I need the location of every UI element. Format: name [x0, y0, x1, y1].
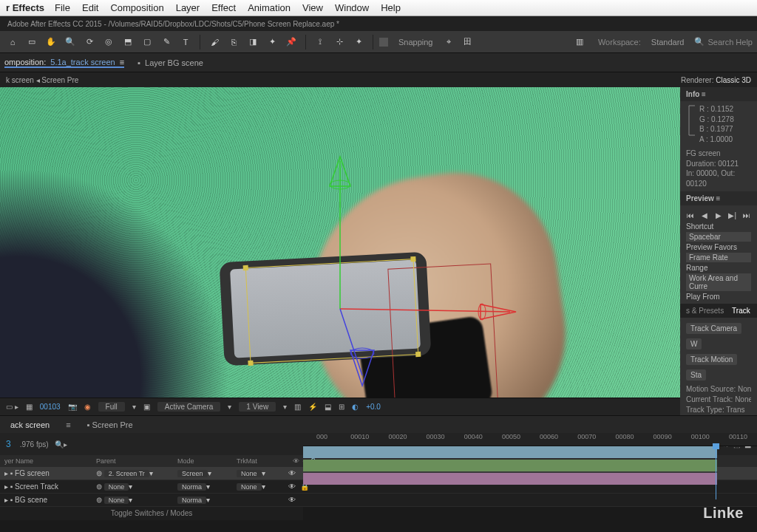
eye-toggle[interactable]: 👁: [288, 482, 296, 491]
workspace-reset-icon[interactable]: ▥: [571, 34, 588, 50]
selection-tool-icon[interactable]: ▭: [24, 34, 40, 50]
handle-br[interactable]: [415, 352, 421, 357]
workspace-dropdown[interactable]: Standard: [651, 38, 685, 47]
track-motion-button[interactable]: Track Motion: [686, 354, 737, 365]
rotate-tool-icon[interactable]: ⟳: [81, 34, 98, 50]
panel-menu-icon[interactable]: ≡: [120, 58, 124, 66]
timeline-icon[interactable]: ⬓: [325, 403, 331, 411]
menu-edit[interactable]: Edit: [82, 2, 98, 13]
pan-behind-tool-icon[interactable]: ⬒: [120, 34, 136, 50]
composition-viewer[interactable]: [0, 87, 680, 398]
handle-tr[interactable]: [410, 256, 415, 262]
menu-help[interactable]: Help: [381, 2, 401, 13]
menu-layer[interactable]: Layer: [176, 2, 200, 13]
exposure-value[interactable]: +0.0: [366, 403, 381, 411]
mode-dropdown[interactable]: Screen: [177, 470, 208, 477]
menu-effect[interactable]: Effect: [211, 2, 236, 13]
parent-dropdown[interactable]: None: [104, 483, 129, 491]
first-frame-button[interactable]: ⏮: [686, 211, 696, 219]
parent-dropdown[interactable]: None: [104, 497, 129, 504]
playhead[interactable]: [716, 446, 716, 499]
type-tool-icon[interactable]: T: [177, 34, 194, 50]
tab-presets[interactable]: s & Presets: [686, 307, 724, 315]
brush-tool-icon[interactable]: 🖌: [206, 34, 223, 50]
menu-window[interactable]: Window: [335, 2, 369, 13]
grid-icon[interactable]: ▦: [26, 403, 33, 411]
exposure-reset-icon[interactable]: ◐: [352, 403, 359, 411]
track-type-dropdown[interactable]: Trans: [726, 406, 744, 414]
handle-bl[interactable]: [248, 361, 253, 366]
current-time[interactable]: 3: [6, 439, 11, 449]
bc-item[interactable]: k screen: [6, 76, 34, 84]
clone-tool-icon[interactable]: ⎘: [225, 34, 242, 50]
snap-opt-icon[interactable]: ⌖: [441, 34, 457, 50]
axis-world-icon[interactable]: ⊹: [331, 34, 347, 50]
next-frame-button[interactable]: ▶|: [727, 211, 737, 219]
handle-tl[interactable]: [243, 265, 248, 270]
view-layout-dropdown[interactable]: 1 View: [239, 402, 276, 412]
bc-item[interactable]: Screen Pre: [41, 76, 78, 84]
flowchart-icon[interactable]: ⊞: [339, 403, 344, 411]
menu-animation[interactable]: Animation: [248, 2, 291, 13]
pen-tool-icon[interactable]: ✎: [158, 34, 174, 50]
play-button[interactable]: ▶: [714, 211, 724, 219]
camera-tool-icon[interactable]: ◎: [101, 34, 117, 50]
parent-dropdown[interactable]: 2. Screen Tr: [104, 470, 149, 477]
search-icon[interactable]: 🔍▸: [55, 440, 67, 449]
menu-composition[interactable]: Composition: [110, 2, 163, 13]
resolution-dropdown[interactable]: Full: [98, 402, 125, 412]
home-icon[interactable]: ⌂: [4, 34, 21, 50]
trkmat-dropdown[interactable]: None: [237, 470, 262, 477]
channel-icon[interactable]: ◉: [84, 403, 91, 411]
tl-tab-1[interactable]: ack screen: [6, 420, 54, 429]
menu-view[interactable]: View: [302, 2, 323, 13]
motion-source-dropdown[interactable]: None: [738, 385, 751, 393]
mode-dropdown[interactable]: Norma: [177, 483, 206, 491]
layer-bar-screen-track[interactable]: [303, 460, 717, 471]
eraser-tool-icon[interactable]: ◨: [245, 34, 261, 50]
warp-stabilize-button[interactable]: W: [686, 338, 702, 349]
fast-preview-icon[interactable]: ⚡: [308, 403, 317, 411]
tl-tab-2[interactable]: ▪ Screen Pre: [83, 420, 138, 429]
time-ruler[interactable]: 000 00010 00020 00030 00040 00050 00060 …: [303, 433, 757, 532]
timecode-readout[interactable]: 00103: [40, 403, 61, 411]
mode-dropdown[interactable]: Norma: [177, 497, 206, 504]
layer-bar-bg[interactable]: [303, 473, 717, 485]
info-panel-header[interactable]: Info ≡: [680, 87, 757, 101]
stabilize-button[interactable]: Sta: [686, 369, 706, 381]
menu-file[interactable]: File: [55, 2, 70, 13]
track-camera-button[interactable]: Track Camera: [686, 323, 741, 334]
hand-tool-icon[interactable]: ✋: [43, 34, 59, 50]
search-help[interactable]: 🔍 Search Help: [694, 37, 753, 47]
range-dropdown[interactable]: Work Area and Curre: [686, 273, 751, 291]
camera-dropdown[interactable]: Active Camera: [157, 402, 221, 412]
layer-selection-box[interactable]: [245, 259, 418, 364]
tab-composition[interactable]: omposition: 5.1a_track screen ≡: [4, 58, 124, 68]
roto-tool-icon[interactable]: ✦: [264, 34, 280, 50]
roi-icon[interactable]: ▣: [143, 403, 150, 411]
twirl-icon[interactable]: ▸: [4, 469, 8, 477]
eye-toggle[interactable]: 👁: [288, 496, 296, 504]
puppet-tool-icon[interactable]: 📌: [283, 34, 299, 50]
snapshot-icon[interactable]: 📷: [68, 403, 77, 411]
last-frame-button[interactable]: ⏭: [741, 211, 751, 219]
shortcut-dropdown[interactable]: Spacebar: [686, 232, 751, 242]
zoom-tool-icon[interactable]: 🔍: [62, 34, 78, 50]
layer-bar-fg[interactable]: [303, 446, 717, 458]
toggle-switches-button[interactable]: Toggle Switches / Modes: [0, 507, 303, 520]
tab-layer-bg[interactable]: ▪ Layer BG scene: [138, 58, 203, 67]
axis-view-icon[interactable]: ✦: [350, 34, 367, 50]
snap-opt2-icon[interactable]: 田: [460, 34, 476, 50]
eye-toggle[interactable]: 👁: [288, 469, 296, 477]
magnification-icon[interactable]: ▭ ▸: [6, 403, 18, 411]
tab-tracker[interactable]: Track: [732, 307, 750, 315]
snapping-checkbox[interactable]: [379, 38, 388, 47]
shape-tool-icon[interactable]: ▢: [139, 34, 155, 50]
pixel-aspect-icon[interactable]: ▥: [294, 403, 301, 411]
prev-frame-button[interactable]: ◀: [700, 211, 710, 219]
renderer-value[interactable]: Classic 3D: [716, 76, 751, 84]
favors-dropdown[interactable]: Frame Rate: [686, 253, 751, 262]
preview-panel-header[interactable]: Preview ≡: [680, 191, 757, 205]
axis-local-icon[interactable]: ⟟: [312, 34, 328, 50]
trkmat-dropdown[interactable]: None: [237, 483, 262, 491]
